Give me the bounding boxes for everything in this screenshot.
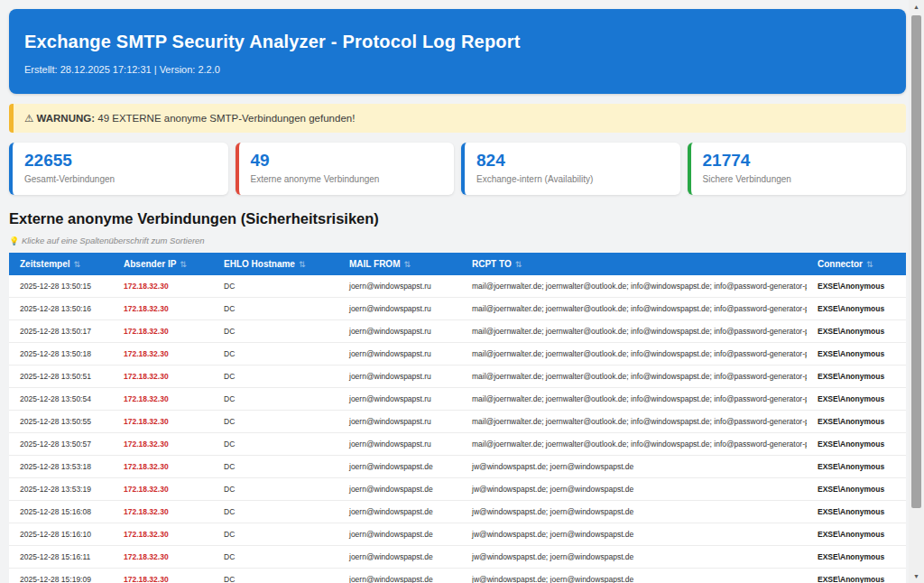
cell-ehlo: DC bbox=[213, 343, 338, 366]
cell-mail-from: joern@windowspapst.ru bbox=[338, 320, 461, 343]
column-label: EHLO Hostname bbox=[224, 259, 295, 269]
column-header-mail_from[interactable]: MAIL FROM⇅ bbox=[338, 253, 461, 275]
column-label: Absender IP bbox=[124, 259, 176, 269]
table-row: 2025-12-28 15:16:10172.18.32.30DCjoern@w… bbox=[9, 523, 906, 546]
column-header-timestamp[interactable]: Zeitstempel⇅ bbox=[9, 253, 113, 275]
cell-ehlo: DC bbox=[213, 546, 338, 569]
cell-rcpt-to: jw@windowspapst.de; joern@windowspapst.d… bbox=[461, 501, 807, 523]
cell-mail-from: joern@windowspapst.de bbox=[338, 569, 461, 583]
cell-connector: EXSE\Anonymous bbox=[807, 343, 906, 366]
cell-ip: 172.18.32.30 bbox=[113, 433, 213, 456]
cell-ehlo: DC bbox=[213, 478, 338, 501]
cell-ehlo: DC bbox=[213, 320, 338, 343]
table-header-row: Zeitstempel⇅Absender IP⇅EHLO Hostname⇅MA… bbox=[9, 253, 906, 275]
cell-rcpt-to: mail@joernwalter.de; joernwalter@outlook… bbox=[461, 433, 807, 456]
cell-rcpt-to: jw@windowspapst.de; joern@windowspapst.d… bbox=[461, 478, 807, 501]
cell-connector: EXSE\Anonymous bbox=[807, 456, 906, 478]
cell-connector: EXSE\Anonymous bbox=[807, 433, 906, 456]
stat-card: 49Externe anonyme Verbindungen bbox=[236, 143, 455, 195]
cell-ip: 172.18.32.30 bbox=[113, 388, 213, 411]
stat-card: 22655Gesamt-Verbindungen bbox=[9, 143, 228, 195]
stat-card: 824Exchange-intern (Availability) bbox=[461, 143, 680, 195]
browser-scrollbar[interactable]: ▲ ▼ bbox=[909, 0, 924, 583]
cell-mail-from: joern@windowspapst.de bbox=[338, 501, 461, 523]
cell-mail-from: joern@windowspapst.ru bbox=[338, 343, 461, 366]
cell-ip: 172.18.32.30 bbox=[113, 298, 213, 320]
cell-mail-from: joern@windowspapst.de bbox=[338, 478, 461, 501]
sort-icon: ⇅ bbox=[403, 260, 411, 269]
table-row: 2025-12-28 13:50:55172.18.32.30DCjoern@w… bbox=[9, 411, 906, 433]
cell-timestamp: 2025-12-28 15:19:09 bbox=[9, 569, 113, 583]
cell-ehlo: DC bbox=[213, 569, 338, 583]
cell-ehlo: DC bbox=[213, 411, 338, 433]
sort-icon: ⇅ bbox=[515, 260, 522, 269]
page-title: Exchange SMTP Security Analyzer - Protoc… bbox=[24, 32, 891, 52]
stat-value: 49 bbox=[251, 151, 443, 171]
table-row: 2025-12-28 15:19:09172.18.32.30DCjoern@w… bbox=[9, 569, 906, 583]
cell-ip: 172.18.32.30 bbox=[113, 546, 213, 569]
cell-timestamp: 2025-12-28 13:50:57 bbox=[9, 433, 113, 456]
cell-mail-from: joern@windowspapst.ru bbox=[338, 366, 461, 388]
cell-rcpt-to: mail@joernwalter.de; joernwalter@outlook… bbox=[461, 411, 807, 433]
table-row: 2025-12-28 13:50:54172.18.32.30DCjoern@w… bbox=[9, 388, 906, 411]
warning-icon: ⚠ bbox=[24, 113, 33, 124]
report-header: Exchange SMTP Security Analyzer - Protoc… bbox=[9, 9, 906, 94]
cell-ip: 172.18.32.30 bbox=[113, 320, 213, 343]
column-label: MAIL FROM bbox=[349, 259, 400, 269]
cell-timestamp: 2025-12-28 13:50:18 bbox=[9, 343, 113, 366]
cell-ehlo: DC bbox=[213, 366, 338, 388]
cell-rcpt-to: jw@windowspapst.de; joern@windowspapst.d… bbox=[461, 456, 807, 478]
warning-label: WARNUNG: bbox=[37, 113, 96, 124]
cell-timestamp: 2025-12-28 13:53:18 bbox=[9, 456, 113, 478]
cell-rcpt-to: jw@windowspapst.de; joern@windowspapst.d… bbox=[461, 546, 807, 569]
column-header-rcpt_to[interactable]: RCPT TO⇅ bbox=[461, 253, 807, 275]
sort-icon: ⇅ bbox=[299, 260, 306, 269]
warning-banner: ⚠ WARNUNG: 49 EXTERNE anonyme SMTP-Verbi… bbox=[9, 104, 906, 133]
log-table: Zeitstempel⇅Absender IP⇅EHLO Hostname⇅MA… bbox=[9, 253, 906, 583]
table-row: 2025-12-28 13:50:17172.18.32.30DCjoern@w… bbox=[9, 320, 906, 343]
scroll-up-icon[interactable]: ▲ bbox=[909, 0, 924, 14]
cell-connector: EXSE\Anonymous bbox=[807, 523, 906, 546]
stat-value: 21774 bbox=[703, 151, 895, 171]
cell-rcpt-to: mail@joernwalter.de; joernwalter@outlook… bbox=[461, 320, 807, 343]
log-table-body: 2025-12-28 13:50:15172.18.32.30DCjoern@w… bbox=[9, 275, 906, 583]
cell-timestamp: 2025-12-28 13:50:17 bbox=[9, 320, 113, 343]
stat-value: 824 bbox=[476, 151, 669, 171]
cell-rcpt-to: mail@joernwalter.de; joernwalter@outlook… bbox=[461, 298, 807, 320]
cell-timestamp: 2025-12-28 13:50:54 bbox=[9, 388, 113, 411]
column-header-connector[interactable]: Connector⇅ bbox=[807, 253, 906, 275]
column-header-ip[interactable]: Absender IP⇅ bbox=[113, 253, 213, 275]
sort-icon: ⇅ bbox=[180, 260, 187, 269]
stat-card: 21774Sichere Verbindungen bbox=[688, 143, 907, 195]
table-row: 2025-12-28 13:53:18172.18.32.30DCjoern@w… bbox=[9, 456, 906, 478]
cell-ip: 172.18.32.30 bbox=[113, 275, 213, 298]
scroll-down-icon[interactable]: ▼ bbox=[909, 569, 924, 583]
cell-rcpt-to: jw@windowspapst.de; joern@windowspapst.d… bbox=[461, 569, 807, 583]
cell-mail-from: joern@windowspapst.ru bbox=[338, 388, 461, 411]
cell-ehlo: DC bbox=[213, 523, 338, 546]
cell-ip: 172.18.32.30 bbox=[113, 366, 213, 388]
cell-connector: EXSE\Anonymous bbox=[807, 411, 906, 433]
cell-ehlo: DC bbox=[213, 275, 338, 298]
cell-connector: EXSE\Anonymous bbox=[807, 366, 906, 388]
cell-timestamp: 2025-12-28 15:16:10 bbox=[9, 523, 113, 546]
stat-label: Exchange-intern (Availability) bbox=[476, 174, 669, 184]
cell-ip: 172.18.32.30 bbox=[113, 501, 213, 523]
stat-label: Externe anonyme Verbindungen bbox=[251, 174, 443, 184]
cell-timestamp: 2025-12-28 13:50:51 bbox=[9, 366, 113, 388]
cell-mail-from: joern@windowspapst.de bbox=[338, 523, 461, 546]
cell-timestamp: 2025-12-28 13:50:55 bbox=[9, 411, 113, 433]
cell-connector: EXSE\Anonymous bbox=[807, 298, 906, 320]
stats-row: 22655Gesamt-Verbindungen49Externe anonym… bbox=[9, 143, 906, 195]
cell-connector: EXSE\Anonymous bbox=[807, 320, 906, 343]
cell-ip: 172.18.32.30 bbox=[113, 523, 213, 546]
cell-mail-from: joern@windowspapst.ru bbox=[338, 433, 461, 456]
table-row: 2025-12-28 13:50:16172.18.32.30DCjoern@w… bbox=[9, 298, 906, 320]
table-row: 2025-12-28 13:53:19172.18.32.30DCjoern@w… bbox=[9, 478, 906, 501]
column-label: Connector bbox=[818, 259, 863, 269]
scrollbar-thumb[interactable] bbox=[911, 15, 921, 508]
section-title: Externe anonyme Verbindungen (Sicherheit… bbox=[9, 210, 906, 227]
cell-ip: 172.18.32.30 bbox=[113, 411, 213, 433]
column-header-ehlo[interactable]: EHLO Hostname⇅ bbox=[213, 253, 338, 275]
table-row: 2025-12-28 13:50:15172.18.32.30DCjoern@w… bbox=[9, 275, 906, 298]
